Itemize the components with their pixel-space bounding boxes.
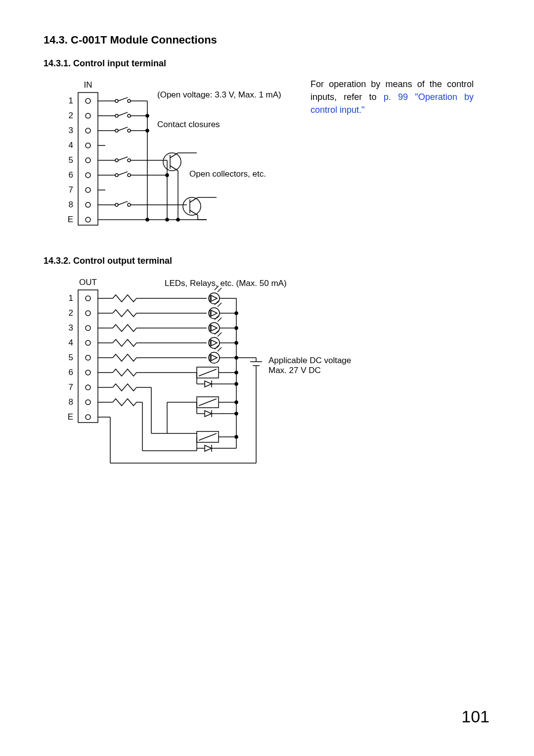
- svg-line-67: [190, 210, 198, 215]
- svg-point-94: [86, 340, 90, 345]
- svg-point-58: [163, 153, 181, 171]
- svg-point-93: [86, 326, 90, 331]
- svg-text:3: 3: [69, 126, 73, 135]
- svg-point-73: [177, 218, 179, 221]
- svg-point-36: [128, 129, 131, 132]
- diagram-control-output: OUT 1 2 3 4 5 6 7 8 E LEDs, Relays, etc.…: [44, 275, 400, 478]
- svg-text:6: 6: [69, 170, 73, 180]
- svg-line-52: [118, 201, 128, 205]
- svg-text:2: 2: [69, 111, 73, 120]
- svg-line-143: [199, 369, 217, 376]
- svg-point-26: [128, 99, 131, 102]
- section-title: 14.3. C-001T Module Connections: [44, 34, 490, 47]
- svg-text:IN: IN: [84, 80, 92, 90]
- svg-line-25: [118, 97, 128, 101]
- svg-text:6: 6: [69, 368, 73, 377]
- svg-point-47: [128, 174, 131, 177]
- svg-line-60: [170, 153, 178, 158]
- svg-point-71: [146, 218, 149, 221]
- svg-point-31: [128, 114, 131, 117]
- svg-text:2: 2: [69, 308, 73, 318]
- svg-point-34: [115, 129, 118, 132]
- svg-point-24: [115, 99, 118, 102]
- svg-line-114: [215, 301, 219, 305]
- svg-text:Contact closures: Contact closures: [157, 120, 220, 129]
- svg-text:LEDs, Relays, etc. (Max. 50 mA: LEDs, Relays, etc. (Max. 50 mA): [165, 279, 287, 288]
- svg-point-96: [86, 370, 90, 375]
- svg-point-40: [115, 159, 118, 162]
- svg-marker-127: [211, 340, 217, 346]
- svg-point-14: [86, 98, 90, 103]
- svg-text:4: 4: [69, 141, 73, 150]
- svg-point-185: [235, 312, 238, 315]
- svg-text:Max. 27 V DC: Max. 27 V DC: [268, 366, 321, 375]
- svg-rect-13: [78, 93, 98, 225]
- svg-point-190: [235, 382, 238, 385]
- svg-line-105: [218, 288, 222, 292]
- svg-marker-135: [211, 355, 217, 361]
- svg-point-20: [86, 188, 90, 192]
- svg-point-72: [166, 218, 169, 221]
- svg-line-113: [218, 303, 222, 307]
- svg-point-95: [86, 355, 90, 360]
- svg-point-19: [86, 173, 90, 178]
- svg-point-18: [86, 158, 90, 163]
- subsection-2-title: 14.3.2. Control output terminal: [44, 256, 490, 266]
- svg-text:5: 5: [69, 155, 73, 165]
- svg-point-186: [235, 327, 238, 330]
- svg-point-74: [146, 114, 149, 117]
- svg-point-21: [86, 202, 90, 207]
- svg-point-75: [146, 129, 149, 132]
- svg-line-41: [118, 157, 128, 160]
- svg-point-45: [115, 174, 118, 177]
- svg-line-169: [199, 433, 217, 440]
- svg-point-188: [235, 356, 238, 359]
- svg-marker-146: [205, 381, 212, 387]
- svg-text:8: 8: [69, 200, 73, 209]
- svg-text:Open collectors, etc.: Open collectors, etc.: [189, 169, 266, 179]
- svg-point-76: [166, 174, 169, 177]
- svg-point-17: [86, 143, 90, 148]
- svg-point-189: [235, 371, 238, 374]
- subsection-1-title: 14.3.1. Control input terminal: [44, 58, 490, 69]
- svg-text:5: 5: [69, 353, 73, 362]
- svg-marker-119: [211, 325, 217, 331]
- svg-point-15: [86, 113, 90, 118]
- svg-text:Applicable DC voltage: Applicable DC voltage: [268, 356, 351, 365]
- svg-point-191: [235, 401, 238, 404]
- svg-line-66: [190, 197, 198, 202]
- svg-point-193: [235, 435, 238, 438]
- svg-text:1: 1: [69, 293, 73, 303]
- svg-line-130: [215, 331, 219, 334]
- svg-text:4: 4: [69, 338, 73, 347]
- page-number: 101: [461, 707, 490, 726]
- svg-text:OUT: OUT: [79, 278, 97, 287]
- svg-point-97: [86, 385, 90, 390]
- svg-marker-103: [211, 295, 217, 301]
- svg-point-29: [115, 114, 118, 117]
- svg-point-187: [235, 341, 238, 344]
- svg-point-92: [86, 311, 90, 316]
- svg-line-35: [118, 127, 128, 131]
- svg-marker-158: [205, 411, 212, 417]
- svg-line-46: [118, 172, 128, 175]
- svg-point-98: [86, 400, 90, 405]
- svg-text:(Open voltage: 3.3 V, Max. 1 m: (Open voltage: 3.3 V, Max. 1 mA): [157, 90, 281, 99]
- svg-point-42: [128, 159, 131, 162]
- svg-rect-90: [78, 290, 98, 423]
- diagram-control-input: IN 1 2 3 4 5 6 7 8 E (Open voltage: 3.3 …: [44, 78, 291, 236]
- svg-text:1: 1: [69, 96, 73, 105]
- svg-line-155: [199, 399, 217, 406]
- svg-line-129: [218, 332, 222, 336]
- svg-point-99: [86, 415, 90, 420]
- svg-text:7: 7: [69, 185, 73, 194]
- svg-text:E: E: [68, 412, 73, 422]
- svg-text:8: 8: [69, 397, 73, 407]
- svg-marker-111: [211, 310, 217, 316]
- svg-line-30: [118, 112, 128, 116]
- svg-line-61: [170, 166, 178, 171]
- svg-line-121: [218, 318, 222, 322]
- svg-point-16: [86, 128, 90, 133]
- side-note: For operation by means of the control in…: [311, 78, 474, 116]
- svg-point-64: [183, 197, 201, 215]
